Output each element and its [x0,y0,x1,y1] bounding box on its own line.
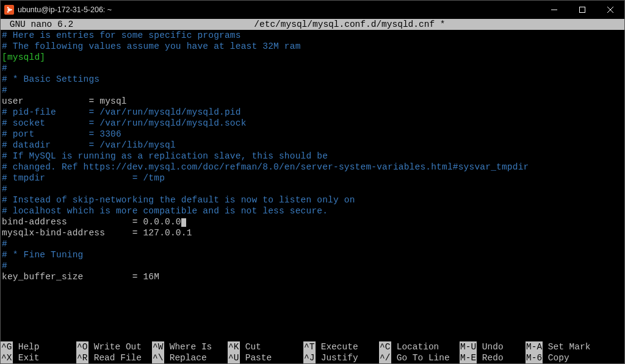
shortcut-label: Help [13,341,40,352]
shortcut-label: Write Out [89,341,142,352]
editor-line: key_buffer_size = 16M [2,271,623,282]
shortcut-cell: M-A Set Mark [526,341,624,352]
shortcut-cell: ^J Justify [303,352,379,363]
minimize-button[interactable] [540,1,568,19]
shortcut-cell: ^G Help [1,341,76,352]
editor-line: # [2,260,623,271]
svg-point-1 [10,9,12,11]
editor-line: # socket = /var/run/mysqld/mysqld.sock [2,118,623,129]
maximize-button[interactable] [568,1,596,19]
svg-point-2 [7,7,9,9]
nano-file-path: /etc/mysql/mysql.conf.d/mysqld.cnf * [79,19,621,30]
editor-line: # localhost which is more compatible and… [2,205,623,216]
shortcut-row: ^X Exit^R Read File^\ Replace^U Paste^J … [1,352,624,363]
editor-line: # [2,238,623,249]
nano-header-bar: GNU nano 6.2 /etc/mysql/mysql.conf.d/mys… [1,19,624,30]
shortcut-key: ^J [303,352,316,363]
svg-point-0 [8,9,11,12]
shortcut-key: ^C [379,341,391,352]
editor-line: # Instead of skip-networking the default… [2,194,623,205]
shortcut-key: ^K [228,341,240,352]
shortcut-label: Replace [164,352,207,363]
shortcut-cell: ^U Paste [228,352,303,363]
shortcut-cell: ^T Execute [303,341,379,352]
svg-rect-5 [580,7,585,13]
shortcut-key: ^R [76,352,89,363]
editor-line: user = mysql [2,96,623,107]
shortcut-cell: ^\ Replace [152,352,228,363]
shortcut-key: ^U [228,352,240,363]
close-button[interactable] [596,1,624,19]
editor-line: # [2,63,623,74]
shortcut-label: Exit [13,352,40,363]
editor-line: # tmpdir = /tmp [2,173,623,184]
editor-line: # port = 3306 [2,129,623,140]
shortcut-label: Copy [543,352,569,363]
editor-line: # changed. Ref https://dev.mysql.com/doc… [2,162,623,173]
editor-content[interactable]: # Here is entries for some specific prog… [1,30,624,341]
shortcut-cell: M-6 Copy [526,352,624,363]
shortcut-cell: ^C Location [379,341,460,352]
editor-line: # Here is entries for some specific prog… [2,30,623,41]
shortcut-label: Set Mark [543,341,590,352]
editor-line: # [2,184,623,194]
editor-line: # datadir = /var/lib/mysql [2,140,623,151]
nano-shortcut-bar: ^G Help^O Write Out^W Where Is^K Cut^T E… [1,341,624,363]
shortcut-cell: ^O Write Out [76,341,152,352]
shortcut-cell: ^/ Go To Line [379,352,460,363]
svg-point-3 [7,11,9,13]
shortcut-label: Redo [477,352,504,363]
shortcut-key: M-U [460,341,477,352]
shortcut-cell: M-U Undo [460,341,526,352]
shortcut-cell: ^R Read File [76,352,152,363]
editor-line: # If MySQL is running as a replication s… [2,151,623,162]
shortcut-label: Cut [240,341,261,352]
shortcut-cell: ^W Where Is [152,341,228,352]
shortcut-label: Read File [89,352,142,363]
shortcut-key: ^O [76,341,89,352]
shortcut-label: Paste [240,352,272,363]
shortcut-cell: M-E Redo [460,352,526,363]
nano-version: GNU nano 6.2 [1,19,79,30]
editor-line: # The following values assume you have a… [2,41,623,52]
shortcut-key: ^X [1,352,13,363]
ubuntu-icon [4,5,14,15]
shortcut-label: Location [391,341,439,352]
editor-line: # * Basic Settings [2,74,623,85]
shortcut-label: Undo [477,341,504,352]
editor-line: [mysqld] [2,52,623,63]
window-controls [540,1,624,19]
shortcut-label: Execute [316,341,358,352]
shortcut-key: ^W [152,341,164,352]
shortcut-cell: ^X Exit [1,352,76,363]
nano-header-right [621,19,624,30]
shortcut-key: ^T [303,341,316,352]
shortcut-key: ^/ [379,352,391,363]
editor-line: # * Fine Tuning [2,249,623,260]
window-title: ubuntu@ip-172-31-5-206: ~ [18,5,540,14]
text-cursor [181,218,186,227]
editor-line: # pid-file = /var/run/mysqld/mysqld.pid [2,107,623,118]
shortcut-label: Where Is [164,341,212,352]
shortcut-key: ^G [1,341,13,352]
window-titlebar[interactable]: ubuntu@ip-172-31-5-206: ~ [1,1,624,19]
editor-line: mysqlx-bind-address = 127.0.0.1 [2,227,623,238]
shortcut-cell: ^K Cut [228,341,303,352]
editor-line: bind-address = 0.0.0.0 [2,216,623,227]
shortcut-label: Go To Line [391,352,450,363]
shortcut-key: M-E [460,352,477,363]
editor-line: # [2,85,623,96]
shortcut-label: Justify [316,352,358,363]
terminal-window: ubuntu@ip-172-31-5-206: ~ GNU nano 6.2 /… [0,0,625,364]
shortcut-key: ^\ [152,352,164,363]
shortcut-key: M-A [526,341,543,352]
shortcut-row: ^G Help^O Write Out^W Where Is^K Cut^T E… [1,341,624,352]
shortcut-key: M-6 [526,352,543,363]
